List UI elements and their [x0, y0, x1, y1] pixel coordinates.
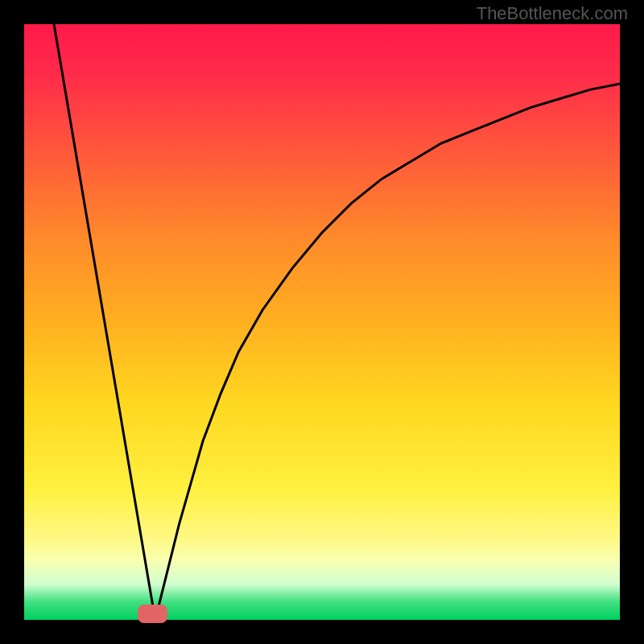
watermark-text: TheBottleneck.com — [477, 3, 628, 24]
chart-curves — [24, 24, 620, 620]
chart-container: TheBottleneck.com — [0, 0, 644, 644]
frame-border-left — [0, 0, 24, 644]
frame-border-bottom — [0, 620, 644, 644]
right-curve-path — [155, 84, 620, 620]
left-line-path — [54, 24, 155, 620]
frame-border-right — [620, 0, 644, 644]
bottleneck-marker — [138, 605, 167, 623]
